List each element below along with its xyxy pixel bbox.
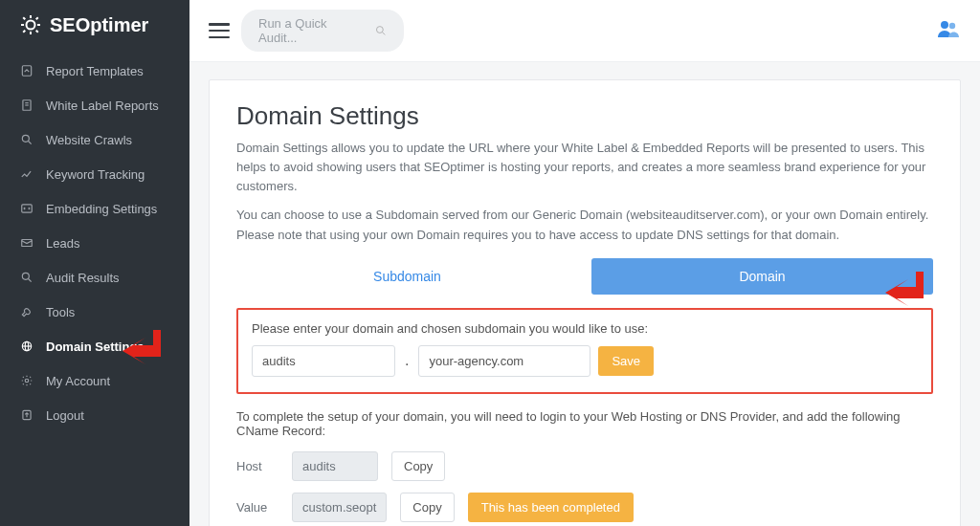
users-icon[interactable] — [936, 19, 961, 42]
svg-line-17 — [383, 32, 386, 34]
topbar: Run a Quick Audit... — [189, 0, 980, 62]
nav-item-label: My Account — [46, 374, 110, 388]
cname-instructions: To complete the setup of your domain, yo… — [236, 409, 933, 438]
annotation-arrow-sidebar — [122, 330, 161, 364]
page-desc-1: Domain Settings allows you to update the… — [236, 139, 933, 196]
nav-item-label: Embedding Settings — [46, 202, 157, 216]
tab-domain[interactable]: Domain — [591, 258, 933, 295]
menu-toggle[interactable] — [209, 23, 230, 38]
main: Run a Quick Audit... Domain Settings Dom… — [189, 0, 980, 526]
domain-form: Please enter your domain and chosen subd… — [236, 308, 933, 394]
nav-item-report-templates[interactable]: Report Templates — [0, 54, 189, 88]
nav-list: Report TemplatesWhite Label ReportsWebsi… — [0, 54, 189, 432]
search-icon — [375, 25, 387, 36]
page-desc-2: You can choose to use a Subdomain served… — [236, 206, 933, 244]
page-title: Domain Settings — [236, 101, 933, 131]
globe-icon — [19, 339, 34, 354]
subdomain-input[interactable] — [252, 345, 395, 377]
nav-item-website-crawls[interactable]: Website Crawls — [0, 122, 189, 157]
panel: Domain Settings Domain Settings allows y… — [209, 79, 961, 526]
annotation-arrow-domain — [885, 272, 924, 306]
nav-item-my-account[interactable]: My Account — [0, 363, 189, 398]
svg-rect-1 — [22, 66, 31, 77]
gear-icon — [19, 13, 42, 36]
nav-item-audit-results[interactable]: Audit Results — [0, 260, 189, 295]
svg-point-9 — [22, 273, 29, 279]
sidebar: SEOptimer Report TemplatesWhite Label Re… — [0, 0, 189, 526]
svg-marker-21 — [122, 330, 161, 364]
nav-item-label: Website Crawls — [46, 133, 132, 147]
wrench-icon — [19, 304, 34, 319]
report-icon — [19, 98, 34, 113]
tabs: Subdomain Domain — [236, 258, 933, 295]
svg-line-10 — [29, 279, 32, 282]
nav-item-leads[interactable]: Leads — [0, 226, 189, 260]
nav-item-domain-settings[interactable]: Domain Settings — [0, 329, 189, 363]
nav-item-keyword-tracking[interactable]: Keyword Tracking — [0, 157, 189, 191]
value-label: Value — [236, 500, 278, 515]
separator-dot: . — [403, 352, 411, 369]
host-value: audits — [292, 451, 378, 481]
logout-icon — [19, 407, 34, 423]
copy-host-button[interactable]: Copy — [391, 451, 445, 481]
nav-item-embedding-settings[interactable]: Embedding Settings — [0, 191, 189, 226]
svg-point-19 — [949, 23, 955, 29]
svg-marker-20 — [885, 272, 924, 306]
content: Domain Settings Domain Settings allows y… — [189, 62, 980, 526]
chart-icon — [19, 166, 34, 182]
svg-point-18 — [941, 21, 948, 29]
value-value: custom.seopt — [292, 493, 387, 522]
svg-point-14 — [25, 379, 29, 383]
cname-host-row: Host audits Copy — [236, 451, 933, 481]
nav-item-logout[interactable]: Logout — [0, 398, 189, 432]
cname-value-row: Value custom.seopt Copy This has been co… — [236, 493, 933, 522]
completed-button[interactable]: This has been completed — [468, 493, 634, 522]
brand-name: SEOptimer — [50, 14, 148, 36]
brand-logo: SEOptimer — [0, 0, 189, 54]
search-placeholder: Run a Quick Audit... — [258, 16, 366, 45]
code-icon — [19, 201, 34, 216]
nav-item-white-label-reports[interactable]: White Label Reports — [0, 88, 189, 122]
search-input[interactable]: Run a Quick Audit... — [241, 10, 404, 52]
domain-input[interactable] — [418, 345, 590, 377]
form-prompt: Please enter your domain and chosen subd… — [252, 321, 918, 336]
nav-item-label: Report Templates — [46, 64, 144, 78]
svg-line-6 — [29, 142, 32, 144]
nav-item-label: Leads — [46, 236, 79, 251]
nav-item-label: White Label Reports — [46, 99, 159, 113]
nav-item-label: Keyword Tracking — [46, 167, 145, 182]
mail-icon — [19, 235, 34, 251]
nav-item-label: Logout — [46, 408, 84, 423]
search-icon — [19, 132, 34, 147]
nav-item-label: Tools — [46, 305, 75, 319]
search-icon — [19, 270, 34, 285]
nav-item-tools[interactable]: Tools — [0, 295, 189, 329]
save-button[interactable]: Save — [598, 346, 654, 376]
svg-point-5 — [22, 135, 29, 142]
tab-subdomain[interactable]: Subdomain — [236, 258, 578, 295]
gear-icon — [19, 373, 34, 388]
copy-value-button[interactable]: Copy — [400, 493, 454, 522]
svg-point-16 — [377, 27, 384, 33]
host-label: Host — [236, 459, 278, 473]
template-icon — [19, 63, 34, 78]
svg-point-0 — [27, 21, 35, 30]
nav-item-label: Audit Results — [46, 271, 120, 285]
